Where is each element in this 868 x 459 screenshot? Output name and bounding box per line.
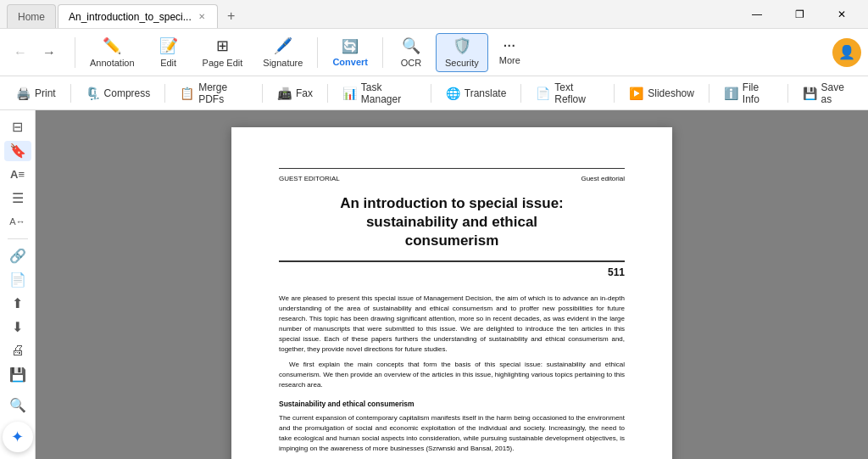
tb2-sep-7: [614, 84, 615, 103]
new-tab-button[interactable]: +: [220, 4, 243, 28]
pdf-title: An introduction to special issue: sustai…: [279, 194, 625, 250]
title-line1: An introduction to special issue:: [340, 195, 564, 211]
ocr-label: OCR: [401, 58, 421, 68]
tab-doc[interactable]: An_introduction_to_speci... ✕: [58, 4, 218, 28]
security-button[interactable]: 🛡️ Security: [436, 33, 488, 72]
slideshow-label: Slideshow: [648, 87, 694, 99]
title-line3: consumerism: [405, 232, 499, 249]
tb2-sep-6: [520, 84, 521, 103]
ocr-icon: 🔍: [402, 36, 420, 55]
minimize-button[interactable]: —: [737, 0, 776, 29]
tb2-sep-9: [787, 84, 788, 103]
section-body-1: The current expansion of contemporary ca…: [279, 413, 625, 454]
tab-home[interactable]: Home: [7, 4, 56, 28]
fax-icon: 📠: [277, 87, 292, 100]
sidebar-bookmark[interactable]: 🔖: [4, 141, 31, 161]
pdf-header: GUEST EDITORIAL Guest editorial: [279, 174, 625, 184]
edit-label: Edit: [160, 58, 176, 68]
user-avatar[interactable]: 👤: [832, 38, 861, 67]
tb2-sep-1: [70, 84, 71, 103]
signature-icon: 🖊️: [274, 36, 292, 55]
guest-editorial-left: GUEST EDITORIAL: [279, 174, 340, 184]
task-icon: 📊: [342, 87, 357, 100]
file-info-button[interactable]: ℹ️ File Info: [715, 81, 782, 106]
pdf-body: We are pleased to present this special i…: [279, 294, 625, 459]
print-label: Print: [35, 87, 56, 99]
tb2-sep-4: [327, 84, 328, 103]
tb2-sep-2: [164, 84, 165, 103]
sidebar-export[interactable]: ⬇: [4, 317, 31, 338]
slideshow-icon: ▶️: [629, 87, 643, 100]
tb2-sep-8: [709, 84, 709, 103]
saveas-icon: 💾: [803, 87, 817, 100]
main-toolbar: ← → ✏️ Annotation 📝 Edit ⊞ Page Edit 🖊️ …: [0, 29, 868, 76]
more-button[interactable]: ··· More: [490, 33, 530, 72]
fileinfo-icon: ℹ️: [724, 87, 738, 100]
sidebar-pages[interactable]: 📄: [4, 270, 31, 290]
toolbar-separator-2: [317, 37, 318, 68]
tab-doc-label: An_introduction_to_speci...: [69, 11, 192, 23]
close-tab-icon[interactable]: ✕: [197, 10, 207, 23]
compress-icon: 🗜️: [86, 87, 100, 100]
tabs-area: Home An_introduction_to_speci... ✕ +: [7, 0, 737, 28]
edit-button[interactable]: 📝 Edit: [146, 33, 192, 72]
save-as-button[interactable]: 💾 Save as: [793, 81, 861, 106]
print-button[interactable]: 🖨️ Print: [7, 81, 65, 106]
translate-label: Translate: [465, 87, 507, 99]
secondary-toolbar: 🖨️ Print 🗜️ Compress 📋 Merge PDFs 📠 Fax …: [0, 76, 868, 110]
slideshow-button[interactable]: ▶️ Slideshow: [620, 81, 704, 106]
reflow-label: Text Reflow: [554, 81, 599, 105]
merge-icon: 📋: [180, 87, 194, 100]
tab-home-label: Home: [18, 11, 45, 23]
sidebar-list[interactable]: ☰: [4, 188, 31, 209]
sidebar-upload[interactable]: ⬆: [4, 294, 31, 314]
fileinfo-label: File Info: [743, 81, 773, 105]
more-label: More: [499, 55, 520, 65]
sidebar-sep-1: [8, 238, 28, 239]
sidebar-translate[interactable]: A↔: [4, 211, 31, 232]
compress-label: Compress: [104, 87, 151, 99]
convert-button[interactable]: 🔄 Convert: [323, 33, 377, 72]
page-edit-label: Page Edit: [203, 58, 243, 68]
fax-button[interactable]: 📠 Fax: [268, 81, 322, 106]
forward-button[interactable]: →: [36, 39, 63, 66]
ocr-button[interactable]: 🔍 OCR: [388, 33, 434, 72]
sidebar-search[interactable]: 🔍: [4, 391, 31, 418]
compress-button[interactable]: 🗜️ Compress: [76, 81, 160, 106]
sidebar-fab[interactable]: ✦: [3, 422, 33, 452]
page-edit-button[interactable]: ⊞ Page Edit: [193, 33, 253, 72]
sidebar-print[interactable]: 🖨: [4, 340, 31, 361]
security-icon: 🛡️: [453, 36, 471, 55]
body-para-2: We first explain the main concepts that …: [279, 360, 625, 390]
pdf-header-line: [279, 168, 625, 169]
convert-label: Convert: [332, 57, 368, 67]
pdf-viewer[interactable]: GUEST EDITORIAL Guest editorial An intro…: [36, 110, 868, 459]
annotation-label: Annotation: [90, 58, 135, 68]
back-button[interactable]: ←: [7, 39, 34, 66]
task-manager-button[interactable]: 📊 Task Manager: [333, 81, 426, 106]
sidebar-text-tool[interactable]: A≡: [4, 165, 31, 185]
titlebar: Home An_introduction_to_speci... ✕ + — ❐…: [0, 0, 868, 29]
print-icon: 🖨️: [16, 87, 31, 100]
sidebar-save[interactable]: 💾: [4, 364, 31, 384]
annotation-icon: ✏️: [103, 36, 121, 55]
section-title: Sustainability and ethical consumerism: [279, 399, 625, 410]
saveas-label: Save as: [821, 81, 852, 105]
sidebar-bottom: 🔍 ✦: [3, 391, 33, 452]
maximize-button[interactable]: ❐: [780, 0, 819, 29]
toolbar-separator-1: [75, 37, 75, 68]
tb2-sep-3: [262, 84, 263, 103]
main-layout: ⊟ 🔖 A≡ ☰ A↔ 🔗 📄 ⬆ ⬇ 🖨 💾 🔍 ✦ GUEST EDITOR…: [0, 110, 868, 459]
sidebar-page-thumb[interactable]: ⊟: [4, 117, 31, 137]
body-para-1: We are pleased to present this special i…: [279, 294, 625, 355]
edit-icon: 📝: [159, 36, 178, 55]
merge-pdfs-button[interactable]: 📋 Merge PDFs: [170, 81, 257, 106]
text-reflow-button[interactable]: 📄 Text Reflow: [526, 81, 609, 106]
security-label: Security: [445, 58, 479, 68]
signature-button[interactable]: 🖊️ Signature: [253, 33, 312, 72]
translate-button[interactable]: 🌐 Translate: [437, 81, 516, 106]
annotation-button[interactable]: ✏️ Annotation: [81, 33, 144, 72]
sidebar-link[interactable]: 🔗: [4, 246, 31, 266]
close-button[interactable]: ✕: [822, 0, 861, 29]
fax-label: Fax: [296, 87, 313, 99]
